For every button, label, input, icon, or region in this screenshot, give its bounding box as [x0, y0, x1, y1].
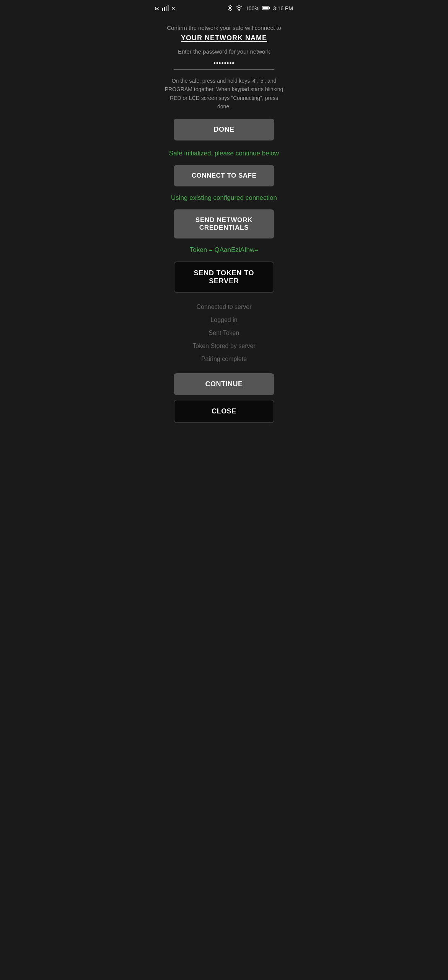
password-input[interactable] — [174, 58, 274, 70]
battery-icon — [262, 5, 270, 11]
done-button[interactable]: DONE — [174, 119, 274, 140]
send-network-credentials-button[interactable]: SEND NETWORK CREDENTIALS — [174, 209, 274, 238]
svg-rect-3 — [168, 5, 169, 11]
bluetooth-icon — [227, 5, 233, 12]
mail-icon: ✉ — [155, 5, 160, 11]
status-bar-left: ✉ ✕ — [155, 5, 176, 12]
close-icon: ✕ — [171, 5, 176, 11]
close-button[interactable]: CLOSE — [174, 400, 274, 423]
network-name-display: YOUR NETWORK NAME — [181, 34, 267, 42]
status-pairing-complete: Pairing complete — [201, 356, 247, 363]
svg-rect-7 — [263, 7, 268, 10]
wifi-icon — [236, 5, 243, 12]
time-display: 3:16 PM — [273, 5, 293, 11]
safe-initialized-text: Safe initialized, please continue below — [169, 150, 279, 157]
status-bar-right: 100% 3:16 PM — [227, 5, 293, 12]
connect-to-safe-button[interactable]: CONNECT TO SAFE — [174, 165, 274, 186]
existing-connection-text: Using existing configured connection — [171, 194, 277, 202]
svg-rect-1 — [164, 7, 165, 11]
main-content: Confirm the network your safe will conne… — [149, 17, 299, 443]
status-sent-token: Sent Token — [209, 330, 239, 336]
battery-percentage: 100% — [246, 5, 259, 11]
status-list: Connected to server Logged in Sent Token… — [161, 304, 287, 363]
instruction-text: On the safe, press and hold keys '4', '5… — [161, 77, 287, 111]
token-display: Token = QAanEziAIhw= — [190, 246, 259, 254]
svg-rect-2 — [166, 6, 167, 11]
svg-point-4 — [239, 10, 240, 11]
status-logged-in: Logged in — [210, 317, 237, 323]
signal-icon — [162, 5, 169, 12]
svg-rect-6 — [269, 7, 270, 9]
status-connected-to-server: Connected to server — [196, 304, 251, 310]
svg-rect-0 — [162, 8, 163, 11]
confirm-network-label: Confirm the network your safe will conne… — [167, 24, 281, 31]
enter-password-label: Enter the password for your network — [178, 48, 270, 55]
status-token-stored: Token Stored by server — [192, 343, 256, 350]
send-token-button[interactable]: SEND TOKEN TO SERVER — [174, 261, 274, 293]
status-bar: ✉ ✕ 100% — [149, 0, 299, 17]
continue-button[interactable]: CONTINUE — [174, 373, 274, 395]
